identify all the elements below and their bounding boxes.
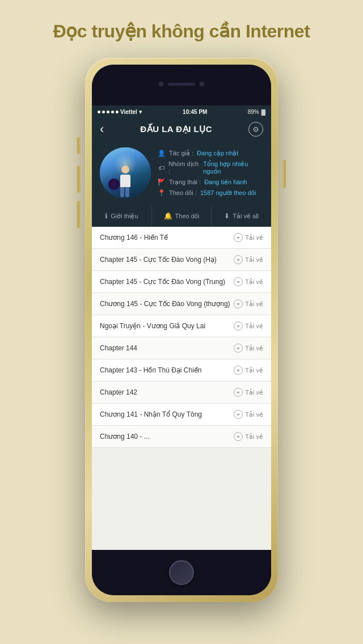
download-circle-icon	[234, 233, 243, 242]
tab-intro[interactable]: ℹ Giới thiệu	[92, 205, 152, 227]
tab-download-all[interactable]: ⬇ Tải về all	[212, 205, 271, 227]
camera-area	[159, 82, 204, 86]
back-button[interactable]: ‹	[100, 123, 104, 135]
intro-icon: ℹ	[105, 212, 108, 220]
download-label: Tải về	[245, 256, 263, 264]
top-bezel	[92, 65, 271, 105]
list-item[interactable]: Ngoại Truyện - Vương Giả Quy Lai Tải về	[92, 315, 271, 337]
download-circle-icon	[234, 277, 243, 286]
download-button[interactable]: Tải về	[234, 299, 263, 308]
download-arrow-icon	[237, 370, 240, 372]
signal-5	[116, 111, 119, 113]
download-button[interactable]: Tải về	[234, 366, 263, 375]
list-item[interactable]: Chương 146 - Hiến Tế Tải về	[92, 227, 271, 249]
tab-bar: ℹ Giới thiệu 🔔 Theo dõi ⬇ Tải về all	[92, 205, 271, 227]
download-label: Tải về	[245, 367, 263, 374]
download-circle-icon	[234, 321, 243, 331]
content-area: 👤 Tác giả : Đang cập nhật 🏷 Nhóm dịch : …	[92, 141, 271, 550]
chapter-title: Chapter 142	[100, 388, 234, 396]
download-circle-icon	[234, 432, 243, 441]
phone-screen: Viettel ▾ 10:45 PM 89% ▓ ‹ ĐẤU LA ĐẠI LỤ…	[92, 65, 271, 595]
download-button[interactable]: Tải về	[234, 233, 263, 242]
download-arrow-icon	[237, 237, 240, 239]
download-button[interactable]: Tải về	[234, 344, 263, 353]
download-circle-icon	[234, 344, 243, 353]
download-circle-icon	[234, 366, 243, 375]
carrier-label: Viettel	[120, 109, 137, 115]
tab-follow[interactable]: 🔔 Theo dõi	[152, 205, 212, 227]
download-label: Tải về	[245, 389, 263, 396]
list-item[interactable]: Chapter 142 Tải về	[92, 382, 271, 404]
status-label: Trạng thái :	[169, 179, 201, 186]
follow-value: 1587 người theo dõi	[200, 189, 256, 197]
download-label: Tải về	[245, 345, 263, 352]
chapter-title: Chapter 144	[100, 344, 234, 352]
wifi-icon: ▾	[139, 108, 142, 116]
camera-dot	[159, 82, 163, 86]
chapter-title: Chapter 145 - Cực Tốc Đào Vong (Hạ)	[100, 256, 234, 264]
manga-info-rows: 👤 Tác giả : Đang cập nhật 🏷 Nhóm dịch : …	[158, 147, 263, 198]
list-item[interactable]: Chapter 145 - Cực Tốc Đào Vong (Hạ) Tải …	[92, 249, 271, 271]
nav-bar: ‹ ĐẤU LA ĐẠI LỤC ⊙	[92, 118, 271, 141]
download-circle-icon	[234, 299, 243, 308]
download-arrow-icon	[237, 436, 240, 438]
tab-follow-label: Theo dõi	[175, 213, 200, 219]
download-arrow-icon	[237, 303, 240, 306]
tab-intro-label: Giới thiệu	[111, 213, 138, 220]
chapter-title: Chương 140 - ...	[100, 433, 234, 440]
status-value: Đang tiến hành	[204, 179, 247, 186]
download-label: Tải về	[245, 278, 263, 286]
download-button[interactable]: Tải về	[234, 321, 263, 331]
list-item[interactable]: Chapter 144 Tải về	[92, 337, 271, 359]
user-profile-button[interactable]: ⊙	[248, 122, 263, 137]
speaker-bar	[168, 83, 195, 86]
download-all-icon: ⬇	[224, 212, 230, 220]
download-arrow-icon	[237, 414, 240, 416]
download-button[interactable]: Tải về	[234, 277, 263, 286]
clock: 10:45 PM	[183, 109, 207, 115]
download-label: Tải về	[245, 411, 263, 418]
author-row: 👤 Tác giả : Đang cập nhật	[158, 150, 263, 157]
list-item[interactable]: Chapter 143 - Hồn Thú Đại Chiến Tải về	[92, 359, 271, 382]
group-value: Tổng hợp nhiều nguồn	[203, 160, 263, 175]
phone-device: Viettel ▾ 10:45 PM 89% ▓ ‹ ĐẤU LA ĐẠI LỤ…	[85, 58, 278, 602]
download-arrow-icon	[237, 281, 240, 283]
download-button[interactable]: Tải về	[234, 388, 263, 397]
download-button[interactable]: Tải về	[234, 255, 263, 264]
download-circle-icon	[234, 388, 243, 397]
list-item[interactable]: Chương 141 - Nhận Tổ Quy Tông Tải về	[92, 404, 271, 426]
download-arrow-icon	[237, 392, 240, 394]
group-icon: 🏷	[158, 164, 165, 171]
download-button[interactable]: Tải về	[234, 410, 263, 419]
author-value: Đang cập nhật	[197, 150, 238, 157]
follow-row: 📍 Theo dõi : 1587 người theo dõi	[158, 189, 263, 197]
chapter-title: Chương 145 - Cực Tốc Đào Vong (thượng)	[100, 300, 234, 308]
home-button[interactable]	[169, 560, 194, 585]
follow-icon: 📍	[158, 189, 166, 197]
download-circle-icon	[234, 410, 243, 419]
chapter-title: Chương 141 - Nhận Tổ Quy Tông	[100, 410, 234, 418]
chapter-title: Chapter 145 - Cực Tốc Đào Vong (Trung)	[100, 278, 234, 286]
list-item[interactable]: Chương 140 - ... Tải về	[92, 426, 271, 448]
chapter-list: Chương 146 - Hiến Tế Tải về Chapter 145 …	[92, 227, 271, 550]
signal-1	[98, 111, 100, 113]
author-label: Tác giả :	[169, 150, 193, 157]
chapter-title: Chapter 143 - Hồn Thú Đại Chiến	[100, 366, 234, 374]
download-label: Tải về	[245, 323, 263, 330]
download-circle-icon	[234, 255, 243, 264]
download-button[interactable]: Tải về	[234, 432, 263, 441]
chapter-title: Chương 146 - Hiến Tế	[100, 234, 234, 242]
battery-icon: ▓	[261, 109, 265, 115]
list-item[interactable]: Chương 145 - Cực Tốc Đào Vong (thượng) T…	[92, 293, 271, 315]
chapter-title: Ngoại Truyện - Vương Giả Quy Lai	[100, 322, 234, 330]
mute-button	[77, 137, 81, 154]
author-icon: 👤	[158, 150, 166, 157]
list-item[interactable]: Chapter 145 - Cực Tốc Đào Vong (Trung) T…	[92, 271, 271, 293]
bottom-bezel	[92, 550, 271, 595]
status-bar: Viettel ▾ 10:45 PM 89% ▓	[92, 105, 271, 118]
signal-3	[107, 111, 109, 113]
group-row: 🏷 Nhóm dịch : Tổng hợp nhiều nguồn	[158, 160, 263, 175]
follow-label: Theo dõi :	[169, 189, 197, 196]
download-label: Tải về	[245, 433, 263, 440]
status-right: 89% ▓	[248, 109, 265, 115]
